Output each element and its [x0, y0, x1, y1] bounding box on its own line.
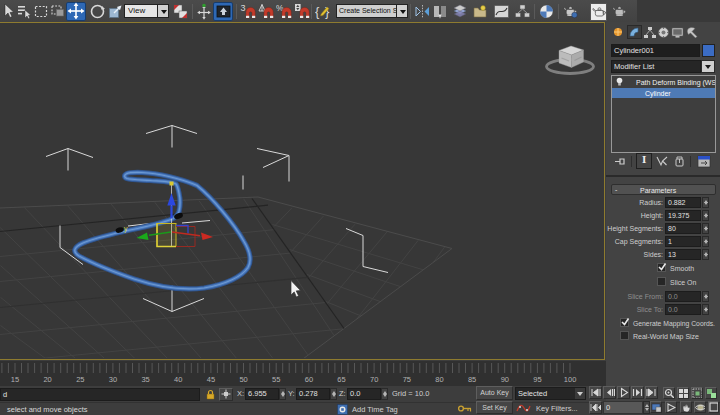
svg-text:y: y [124, 225, 128, 233]
svg-text:3: 3 [241, 3, 246, 13]
svg-text:{: { [315, 4, 320, 19]
